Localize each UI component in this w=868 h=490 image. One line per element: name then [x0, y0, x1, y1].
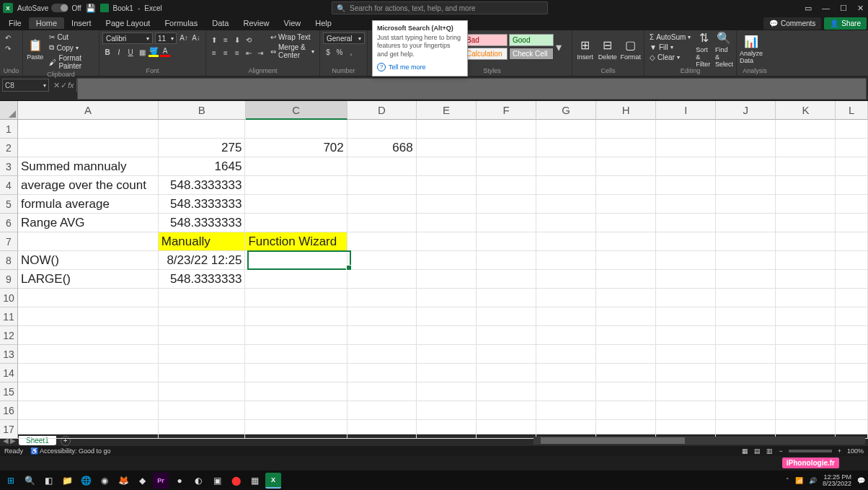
cell-C17[interactable]: [245, 420, 347, 439]
cell-C5[interactable]: [245, 195, 347, 214]
cell-A14[interactable]: [18, 364, 159, 382]
style-bad[interactable]: Bad: [463, 34, 508, 46]
orientation-button[interactable]: ⟲: [244, 35, 254, 45]
cell-J2[interactable]: [716, 139, 776, 157]
app-button-1[interactable]: ◆: [134, 473, 150, 489]
cell-E11[interactable]: [417, 307, 477, 326]
styles-more-button[interactable]: ▾: [555, 34, 562, 60]
record-button[interactable]: ⬤: [228, 473, 244, 489]
cell-B8[interactable]: 8/23/22 12:25: [159, 251, 246, 270]
cell-D1[interactable]: [347, 120, 417, 139]
view-page-layout-button[interactable]: ▤: [754, 447, 761, 455]
cell-E2[interactable]: [417, 139, 477, 157]
cell-C14[interactable]: [245, 364, 347, 382]
cell-D11[interactable]: [347, 307, 417, 326]
cell-J7[interactable]: [716, 232, 776, 251]
cell-B5[interactable]: 548.3333333: [159, 195, 246, 214]
border-button[interactable]: ▦: [137, 47, 147, 57]
cell-J14[interactable]: [716, 364, 776, 382]
font-color-button[interactable]: A: [160, 47, 170, 57]
cell-B7[interactable]: Manually: [159, 232, 246, 251]
format-cells-button[interactable]: ▢Format: [620, 32, 641, 66]
save-icon[interactable]: 💾: [86, 4, 96, 13]
cell-E12[interactable]: [417, 326, 477, 345]
cell-D3[interactable]: [347, 157, 417, 176]
style-check-cell[interactable]: Check Cell: [509, 48, 554, 60]
app-button-2[interactable]: ●: [172, 473, 187, 489]
style-calculation[interactable]: Calculation: [463, 48, 508, 60]
cell-F9[interactable]: [477, 270, 536, 289]
cell-D16[interactable]: [347, 401, 417, 420]
sort-filter-button[interactable]: ⇅Sort & Filter: [696, 32, 712, 66]
menu-insert[interactable]: Insert: [64, 17, 99, 29]
cell-E16[interactable]: [417, 401, 477, 420]
cell-K4[interactable]: [776, 176, 836, 195]
zoom-slider[interactable]: [789, 450, 832, 452]
cell-A10[interactable]: [18, 289, 159, 307]
view-normal-button[interactable]: ▦: [742, 447, 748, 455]
cell-J15[interactable]: [716, 382, 776, 401]
maximize-icon[interactable]: ☐: [840, 4, 847, 13]
tray-chevron-icon[interactable]: ˄: [786, 477, 789, 484]
cell-I16[interactable]: [656, 401, 716, 420]
cell-L6[interactable]: [836, 214, 868, 232]
cell-B6[interactable]: 548.3333333: [159, 214, 246, 232]
app-button-3[interactable]: ◐: [190, 473, 206, 489]
row-header-8[interactable]: 8: [0, 251, 18, 270]
fill-color-button[interactable]: 🪣: [149, 47, 159, 57]
premiere-button[interactable]: Pr: [153, 473, 169, 489]
row-header-5[interactable]: 5: [0, 195, 18, 214]
minimize-icon[interactable]: —: [822, 4, 830, 12]
cell-L10[interactable]: [836, 289, 868, 307]
style-good[interactable]: Good: [509, 34, 554, 46]
cell-B3[interactable]: 1645: [159, 157, 246, 176]
cell-G8[interactable]: [536, 251, 596, 270]
italic-button[interactable]: I: [114, 47, 124, 57]
cell-B10[interactable]: [159, 289, 246, 307]
cell-A2[interactable]: [18, 139, 159, 157]
accessibility-status[interactable]: ♿ Accessibility: Good to go: [30, 447, 111, 455]
cancel-formula-button[interactable]: ✕: [53, 81, 60, 90]
cell-A17[interactable]: [18, 420, 159, 439]
cell-D9[interactable]: [347, 270, 417, 289]
cell-K1[interactable]: [776, 120, 836, 139]
cell-D7[interactable]: [347, 232, 417, 251]
cell-L12[interactable]: [836, 326, 868, 345]
row-header-11[interactable]: 11: [0, 307, 18, 326]
grow-font-button[interactable]: A↑: [179, 32, 189, 43]
cell-A5[interactable]: formula average: [18, 195, 159, 214]
cell-A11[interactable]: [18, 307, 159, 326]
cell-H5[interactable]: [596, 195, 656, 214]
column-header-G[interactable]: G: [536, 101, 596, 120]
cell-L15[interactable]: [836, 382, 868, 401]
close-icon[interactable]: ✕: [857, 4, 864, 13]
cell-H11[interactable]: [596, 307, 656, 326]
cell-D17[interactable]: [347, 420, 417, 439]
insert-cells-button[interactable]: ⊞Insert: [575, 32, 595, 66]
cell-J13[interactable]: [716, 345, 776, 364]
cell-L1[interactable]: [836, 120, 868, 139]
align-center-button[interactable]: ≡: [221, 48, 231, 58]
tray-network-icon[interactable]: 📶: [795, 477, 803, 484]
cell-C16[interactable]: [245, 401, 347, 420]
cell-I14[interactable]: [656, 364, 716, 382]
cell-E3[interactable]: [417, 157, 477, 176]
menu-home[interactable]: Home: [29, 17, 64, 29]
indent-dec-button[interactable]: ⇤: [244, 48, 254, 58]
cell-B13[interactable]: [159, 345, 246, 364]
cell-I5[interactable]: [656, 195, 716, 214]
cell-K10[interactable]: [776, 289, 836, 307]
cell-E5[interactable]: [417, 195, 477, 214]
cell-K5[interactable]: [776, 195, 836, 214]
cell-J1[interactable]: [716, 120, 776, 139]
cell-F3[interactable]: [477, 157, 536, 176]
cell-H7[interactable]: [596, 232, 656, 251]
cell-K15[interactable]: [776, 382, 836, 401]
enter-formula-button[interactable]: ✓: [61, 81, 67, 90]
cell-C7[interactable]: Function Wizard: [245, 232, 347, 251]
cell-C12[interactable]: [245, 326, 347, 345]
cell-H2[interactable]: [596, 139, 656, 157]
task-view-button[interactable]: ◧: [40, 473, 56, 489]
row-header-16[interactable]: 16: [0, 401, 18, 420]
row-header-13[interactable]: 13: [0, 345, 18, 364]
